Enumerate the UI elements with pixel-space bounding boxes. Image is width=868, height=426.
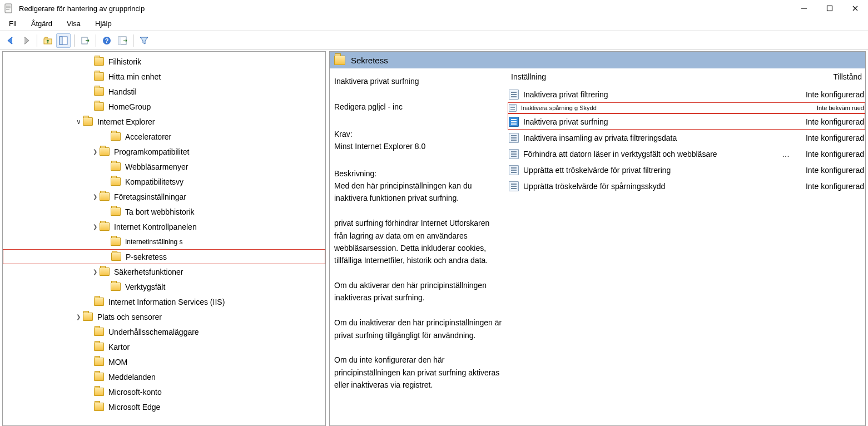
tree-item[interactable]: ›Handstil (3, 84, 325, 99)
tree-item[interactable]: ›Hitta min enhet (3, 69, 325, 84)
expand-icon[interactable]: ❯ (91, 224, 100, 230)
folder-icon (94, 72, 104, 81)
tree-item-label: Hitta min enhet (108, 72, 161, 81)
tree-item[interactable]: ›Meddelanden (3, 369, 325, 384)
tree-item[interactable]: ›Filhistorik (3, 54, 325, 69)
export-button[interactable] (78, 33, 92, 48)
tree-item[interactable]: ›Underhållsschemaläggare (3, 324, 325, 339)
minimize-button[interactable] (791, 0, 817, 17)
tree-item-label: Underhållsschemaläggare (108, 328, 199, 336)
setting-row[interactable]: Inaktivera privat surfningInte konfigure… (508, 113, 865, 130)
policy-icon (509, 181, 519, 191)
svg-text:?: ? (105, 37, 109, 44)
details-pane: Sekretess Inaktivera privat surfning Red… (329, 51, 866, 426)
menu-file[interactable]: Fil (2, 17, 23, 30)
show-tree-button[interactable] (56, 33, 71, 48)
setting-state: Inte bekväm rued (793, 105, 865, 111)
folder-icon (94, 57, 104, 66)
menu-view[interactable]: Visa (60, 17, 87, 30)
setting-row[interactable]: Inaktivera insamling av privata filtreri… (508, 130, 865, 146)
filter-button[interactable] (137, 33, 151, 48)
details-description-panel: Inaktivera privat surfning Redigera pglj… (330, 68, 508, 425)
tree-item[interactable]: ›Kompatibilitetsvy (3, 174, 325, 189)
tree-item[interactable]: ›Microsoft Edge (3, 399, 325, 414)
column-headers[interactable]: Inställning Tillstånd (508, 68, 865, 85)
nav-forward-button[interactable] (19, 33, 33, 48)
setting-row[interactable]: Inaktivera spårning g SkyddInte bekväm r… (508, 102, 865, 113)
setting-row[interactable]: Inaktivera privat filtreringInte konfigu… (508, 86, 865, 102)
setting-row[interactable]: Förhindra att datorn läser in verktygsfä… (508, 146, 865, 162)
setting-row[interactable]: Upprätta ett tröskelvärde för privat fil… (508, 162, 865, 178)
tree-item-label: Kartor (108, 343, 130, 351)
tree: ›Filhistorik›Hitta min enhet›Handstil›Ho… (3, 52, 325, 417)
tree-item-label: Kompatibilitetsvy (125, 177, 183, 186)
setting-name: Inaktivera spårning g Skydd (521, 105, 793, 111)
setting-state: Inte konfigurerad (793, 133, 865, 142)
folder-icon (94, 87, 104, 96)
folder-icon (111, 237, 121, 246)
tree-item[interactable]: ❯Plats och sensorer (3, 309, 325, 324)
column-setting[interactable]: Inställning (508, 72, 791, 81)
folder-icon (111, 177, 121, 186)
tree-pane[interactable]: ›Filhistorik›Hitta min enhet›Handstil›Ho… (2, 51, 326, 426)
tree-item[interactable]: ›HomeGroup (3, 99, 325, 114)
expand-icon[interactable]: ❯ (91, 194, 100, 200)
toolbar: ? (0, 31, 868, 50)
menu-help[interactable]: Hjälp (88, 17, 118, 30)
tree-item[interactable]: ›Ta bort webbhistorik (3, 204, 325, 219)
setting-name: Upprätta tröskelvärde för spårningsskydd (523, 182, 793, 191)
up-folder-button[interactable] (41, 33, 55, 48)
tree-item[interactable]: ›P-sekretess (3, 249, 325, 264)
description-label: Beskrivning: (334, 169, 376, 178)
close-button[interactable] (842, 0, 868, 17)
tree-item[interactable]: ❯Programkompatibilitet (3, 144, 325, 159)
tree-item-label: Programkompatibilitet (114, 147, 189, 156)
policy-icon (509, 117, 519, 127)
tree-item[interactable]: ›MOM (3, 354, 325, 369)
expand-icon[interactable]: ∨ (74, 118, 83, 126)
setting-state: Inte konfigurerad (793, 117, 865, 126)
nav-back-button[interactable] (3, 33, 18, 48)
help-button[interactable]: ? (100, 33, 114, 48)
tree-item[interactable]: ›Kartor (3, 339, 325, 354)
setting-state: Inte konfigurerad (793, 150, 865, 158)
column-state[interactable]: Tillstånd (791, 72, 863, 81)
tree-item[interactable]: ›Microsoft-konto (3, 384, 325, 399)
setting-row[interactable]: Upprätta tröskelvärde för spårningsskydd… (508, 178, 865, 194)
tree-item[interactable]: ›Webbläsarmenyer (3, 159, 325, 174)
setting-state: Inte konfigurerad (793, 182, 865, 191)
selected-setting-title: Inaktivera privat surfning (334, 75, 502, 87)
tree-item-label: Microsoft-konto (108, 388, 162, 397)
tree-item[interactable]: ›Acceleratorer (3, 129, 325, 144)
setting-name: Inaktivera privat surfning (523, 117, 793, 126)
app-icon (3, 3, 13, 13)
tree-item-label: Webbläsarmenyer (125, 162, 188, 171)
tree-item-label: Internet Kontrollpanelen (114, 222, 197, 231)
expand-icon[interactable]: ❯ (91, 148, 100, 155)
tree-item-label: Företagsinställningar (114, 192, 186, 201)
properties-button[interactable] (115, 33, 130, 48)
titlebar: Redigerare för hantering av grupprincip (0, 0, 868, 17)
setting-name: Inaktivera insamling av privata filtreri… (523, 133, 793, 142)
tree-item-label: Internet Explorer (97, 117, 155, 126)
edit-policy-link[interactable]: Redigera pgljcl - inc (334, 101, 502, 113)
svg-rect-4 (59, 37, 62, 44)
tree-item-label: Ta bort webbhistorik (125, 207, 195, 216)
menu-bar: Fil Åtgärd Visa Hjälp (0, 17, 868, 31)
maximize-button[interactable] (817, 0, 842, 17)
expand-icon[interactable]: ❯ (91, 269, 100, 275)
tree-item[interactable]: ›Verktygsfält (3, 279, 325, 294)
tree-item[interactable]: ❯Säkerhetsfunktioner (3, 264, 325, 279)
folder-icon (94, 102, 104, 111)
tree-item[interactable]: ›Internetinställning s (3, 234, 325, 249)
expand-icon[interactable]: ❯ (74, 314, 83, 320)
tree-item[interactable]: ❯Internet Kontrollpanelen (3, 219, 325, 234)
folder-icon (94, 403, 104, 411)
main-area: ›Filhistorik›Hitta min enhet›Handstil›Ho… (0, 50, 868, 426)
tree-item[interactable]: ›Internet Information Services (IIS) (3, 294, 325, 309)
tree-item[interactable]: ∨Internet Explorer (3, 114, 325, 129)
setting-name: Upprätta ett tröskelvärde för privat fil… (523, 166, 793, 175)
menu-action[interactable]: Åtgärd (24, 17, 59, 30)
tree-item[interactable]: ❯Företagsinställningar (3, 189, 325, 204)
folder-icon (111, 283, 121, 291)
